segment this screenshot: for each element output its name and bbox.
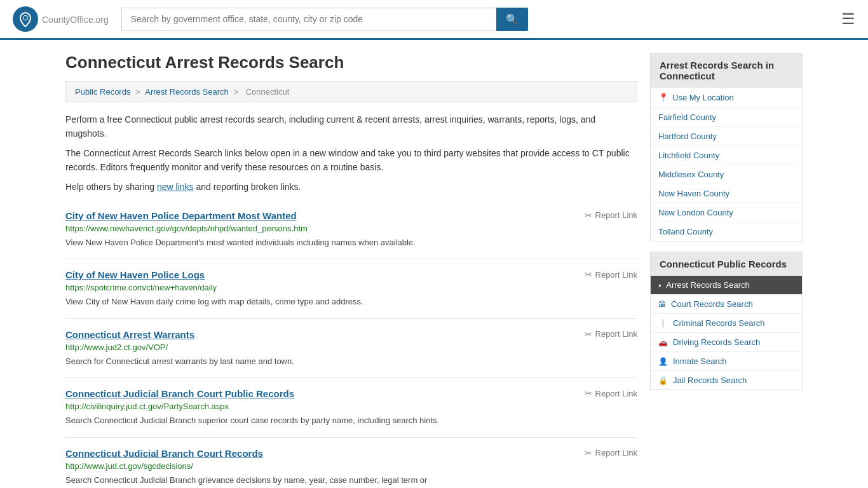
main-container: Connecticut Arrest Records Search Public… — [53, 40, 815, 488]
svg-point-1 — [24, 16, 27, 20]
search-input[interactable] — [121, 8, 496, 31]
sidebar-driving-records[interactable]: 🚗 Driving Records Search — [651, 333, 802, 352]
header: CountyOffice.org 🔍 ☰ — [0, 0, 868, 40]
result-header-4: Connecticut Judicial Branch Court Record… — [65, 448, 637, 459]
sidebar-jail-records[interactable]: 🔒 Jail Records Search — [651, 371, 802, 390]
result-url-3[interactable]: http://civilinquiry.jud.ct.gov/PartySear… — [65, 402, 637, 411]
search-area: 🔍 — [121, 8, 528, 31]
result-header-2: Connecticut Arrest Warrants ✂ Report Lin… — [65, 329, 637, 340]
result-url-1[interactable]: https://spotcrime.com/ct/new+haven/daily — [65, 283, 637, 292]
breadcrumb-current: Connecticut — [246, 87, 290, 97]
result-desc-3: Search Connecticut Judicial Branch super… — [65, 414, 637, 427]
breadcrumb: Public Records > Arrest Records Search >… — [65, 81, 637, 102]
result-item-4: Connecticut Judicial Branch Court Record… — [65, 438, 637, 488]
result-item-0: City of New Haven Police Department Most… — [65, 200, 637, 260]
report-icon-0: ✂ — [585, 210, 592, 220]
report-icon-1: ✂ — [585, 269, 592, 280]
sidebar-county-4[interactable]: New Haven County — [651, 184, 802, 203]
public-records-section: Connecticut Public Records ▪ Arrest Reco… — [650, 252, 803, 390]
driving-records-icon: 🚗 — [658, 338, 668, 347]
result-url-0[interactable]: https://www.newhavenct.gov/gov/depts/nhp… — [65, 224, 637, 233]
search-button[interactable]: 🔍 — [496, 8, 528, 31]
county-list-section: Arrest Records Search in Connecticut 📍 U… — [650, 53, 803, 241]
breadcrumb-sep-1: > — [135, 87, 142, 97]
sidebar-county-1[interactable]: Hartford County — [651, 127, 802, 146]
criminal-records-icon: ❕ — [658, 319, 668, 328]
report-link-4[interactable]: ✂ Report Link — [585, 448, 637, 458]
new-links-link[interactable]: new links — [157, 182, 194, 192]
report-link-0[interactable]: ✂ Report Link — [585, 210, 637, 220]
result-desc-1: View City of New Haven daily crime log w… — [65, 295, 637, 308]
sidebar-county-3[interactable]: Middlesex County — [651, 165, 802, 184]
sidebar-county-6[interactable]: Tolland County — [651, 222, 802, 241]
result-header-3: Connecticut Judicial Branch Court Public… — [65, 388, 637, 399]
result-title-2[interactable]: Connecticut Arrest Warrants — [65, 329, 194, 340]
report-link-3[interactable]: ✂ Report Link — [585, 388, 637, 398]
report-icon-3: ✂ — [585, 388, 592, 398]
inmate-search-icon: 👤 — [658, 357, 668, 366]
court-records-icon: 🏛 — [658, 300, 666, 309]
hamburger-menu-icon[interactable]: ☰ — [841, 10, 855, 28]
arrest-records-icon: ▪ — [658, 281, 661, 290]
result-url-2[interactable]: http://www.jud2.ct.gov/VOP/ — [65, 342, 637, 352]
report-icon-2: ✂ — [585, 329, 592, 339]
logo-icon — [13, 6, 38, 32]
sidebar-county-5[interactable]: New London County — [651, 203, 802, 222]
description-para-3: Help others by sharing new links and rep… — [65, 180, 637, 194]
use-location-label[interactable]: Use My Location — [672, 93, 734, 102]
sidebar-court-records[interactable]: 🏛 Court Records Search — [651, 295, 802, 314]
result-item-3: Connecticut Judicial Branch Court Public… — [65, 378, 637, 438]
result-item-1: City of New Haven Police Logs ✂ Report L… — [65, 259, 637, 319]
breadcrumb-public-records[interactable]: Public Records — [75, 87, 130, 97]
page-title: Connecticut Arrest Records Search — [65, 53, 637, 72]
content-area: Connecticut Arrest Records Search Public… — [65, 53, 637, 488]
sidebar-section2-title: Connecticut Public Records — [651, 252, 802, 276]
breadcrumb-arrest-records[interactable]: Arrest Records Search — [145, 87, 229, 97]
report-link-1[interactable]: ✂ Report Link — [585, 269, 637, 280]
result-title-3[interactable]: Connecticut Judicial Branch Court Public… — [65, 388, 294, 399]
result-title-4[interactable]: Connecticut Judicial Branch Court Record… — [65, 448, 263, 459]
description-para-1: Perform a free Connecticut public arrest… — [65, 112, 637, 141]
logo[interactable]: CountyOffice.org — [13, 6, 109, 32]
result-item-2: Connecticut Arrest Warrants ✂ Report Lin… — [65, 319, 637, 379]
report-icon-4: ✂ — [585, 448, 592, 458]
sidebar-county-0[interactable]: Fairfield County — [651, 108, 802, 127]
jail-records-icon: 🔒 — [658, 376, 668, 385]
result-desc-0: View New Haven Police Department's most … — [65, 236, 637, 249]
location-pin-icon: 📍 — [658, 93, 668, 102]
sidebar-criminal-records[interactable]: ❕ Criminal Records Search — [651, 314, 802, 333]
description: Perform a free Connecticut public arrest… — [65, 112, 637, 194]
result-title-1[interactable]: City of New Haven Police Logs — [65, 269, 205, 280]
result-desc-4: Search Connecticut Judicial Branch griev… — [65, 474, 637, 487]
sidebar-county-2[interactable]: Litchfield County — [651, 146, 802, 165]
result-title-0[interactable]: City of New Haven Police Department Most… — [65, 210, 297, 221]
result-url-4[interactable]: http://www.jud.ct.gov/sgcdecisions/ — [65, 461, 637, 471]
logo-text: CountyOffice.org — [42, 13, 109, 26]
result-desc-2: Search for Connecticut arrest warrants b… — [65, 355, 637, 368]
description-para-2: The Connecticut Arrest Records Search li… — [65, 146, 637, 175]
result-header-0: City of New Haven Police Department Most… — [65, 210, 637, 221]
sidebar-inmate-search[interactable]: 👤 Inmate Search — [651, 352, 802, 371]
sidebar-arrest-records[interactable]: ▪ Arrest Records Search — [651, 276, 802, 295]
sidebar: Arrest Records Search in Connecticut 📍 U… — [650, 53, 803, 488]
result-header-1: City of New Haven Police Logs ✂ Report L… — [65, 269, 637, 280]
results-list: City of New Haven Police Department Most… — [65, 200, 637, 488]
sidebar-section1-title: Arrest Records Search in Connecticut — [651, 53, 802, 88]
use-location-button[interactable]: 📍 Use My Location — [651, 88, 802, 108]
report-link-2[interactable]: ✂ Report Link — [585, 329, 637, 339]
breadcrumb-sep-2: > — [233, 87, 240, 97]
